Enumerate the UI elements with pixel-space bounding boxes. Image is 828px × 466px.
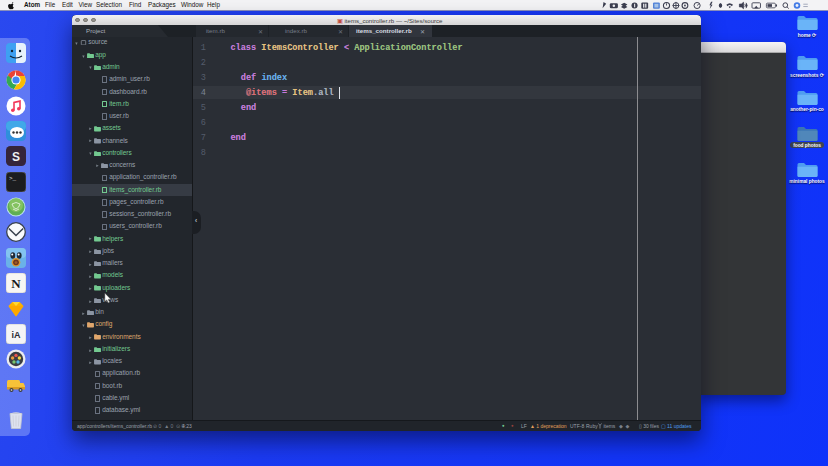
svg-text:iA: iA bbox=[11, 330, 21, 340]
svg-text:N: N bbox=[11, 276, 21, 291]
svg-text:S: S bbox=[11, 150, 19, 164]
svg-text:>_: >_ bbox=[9, 175, 17, 182]
